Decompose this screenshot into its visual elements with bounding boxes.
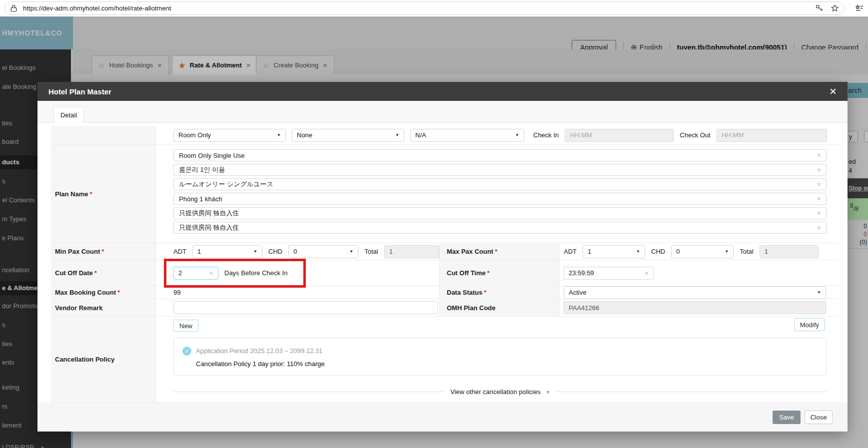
modal-footer: Save Close	[37, 403, 848, 432]
na-select[interactable]: N/A▼	[410, 129, 524, 142]
tab-detail[interactable]: Detail	[53, 107, 84, 123]
bookmark-star-icon[interactable]	[831, 4, 839, 12]
total-label: Total	[740, 248, 753, 255]
new-policy-button[interactable]: New	[173, 320, 198, 332]
min-pax-label: Min Pax Count*	[51, 243, 156, 260]
lock-icon	[9, 4, 18, 12]
caret-down-icon: ▼	[277, 133, 281, 137]
clear-icon[interactable]: ×	[817, 195, 821, 203]
data-status-select[interactable]: Active▼	[564, 286, 826, 299]
adt-label: ADT	[564, 248, 577, 255]
clear-icon[interactable]: ×	[817, 180, 821, 188]
clear-icon[interactable]: ×	[645, 269, 649, 277]
caret-down-icon: ▼	[636, 249, 640, 254]
clear-icon[interactable]: ×	[817, 166, 821, 174]
plan-name-input-zh-tw[interactable]: 只提供房间 独自入住×	[173, 222, 827, 234]
total-label: Total	[364, 248, 378, 255]
cancellation-policy-text: Cancellation Policy 1 day prior: 110% ch…	[196, 360, 325, 368]
screen: https://dev-adm.ohmyhotel.com/hotel/rate…	[0, 0, 868, 448]
empty-label-cell	[51, 126, 156, 144]
address-bar[interactable]: https://dev-adm.ohmyhotel.com/hotel/rate…	[4, 1, 845, 15]
close-button[interactable]: Close	[805, 411, 833, 424]
plan-name-label: Plan Name*	[51, 145, 156, 243]
vendor-remark-input[interactable]	[173, 301, 438, 314]
data-status-label: Data Status*	[439, 286, 560, 299]
plan-name-input-en[interactable]: Room Only Single Use×	[173, 149, 827, 161]
plan-name-input-zh-cn[interactable]: 只提供房间 独自入住×	[173, 207, 827, 219]
cut-off-date-label: Cut Off Date*	[51, 260, 156, 286]
modify-policy-button[interactable]: Modify	[794, 318, 825, 331]
plan-name-input-ja[interactable]: ルームオンリー シングルユース×	[173, 178, 827, 190]
browser-toolbar: https://dev-adm.ohmyhotel.com/hotel/rate…	[0, 0, 868, 16]
hotel-plan-master-modal: Hotel Plan Master × Detail Room Only▼ No…	[37, 82, 848, 432]
max-chd-select[interactable]: 0▼	[671, 245, 734, 258]
caret-down-icon: ▼	[253, 249, 257, 254]
min-adt-select[interactable]: 1▼	[192, 245, 262, 258]
meal-type-select[interactable]: Room Only▼	[173, 129, 286, 142]
cut-off-time-input[interactable]: 23:59:59×	[564, 267, 654, 280]
caret-down-icon: ▼	[515, 133, 519, 137]
plan-name-input-ko[interactable]: 룸온리 1인 이용×	[173, 164, 827, 176]
clear-icon[interactable]: ×	[817, 209, 821, 217]
modal-title: Hotel Plan Master	[48, 87, 111, 96]
divider	[173, 392, 444, 392]
option-select[interactable]: None▼	[292, 129, 404, 142]
cancellation-policy-label: Cancellation Policy	[51, 317, 156, 402]
min-total-input: 1	[384, 245, 439, 258]
omh-plan-code-input: PAA41266	[564, 301, 826, 314]
chd-label: CHD	[268, 248, 282, 255]
check-out-label: Check Out	[680, 131, 710, 139]
max-booking-label: Max Booking Count*	[51, 286, 156, 299]
cancellation-policy-card[interactable]: ✓ Application Period 2025.12.03 ~ 2099.1…	[173, 338, 827, 376]
clear-icon[interactable]: ×	[817, 224, 821, 232]
save-button[interactable]: Save	[773, 411, 801, 424]
adt-label: ADT	[173, 248, 186, 255]
check-circle-icon: ✓	[182, 347, 191, 356]
cut-off-time-label: Cut Off Time*	[439, 260, 560, 286]
vendor-remark-label: Vendor Remark	[51, 299, 156, 316]
caret-down-icon: ▼	[817, 290, 821, 295]
min-chd-select[interactable]: 0▼	[288, 245, 358, 258]
modal-header: Hotel Plan Master ×	[37, 82, 848, 101]
max-booking-value: 99	[173, 289, 180, 296]
max-pax-label: Max Pax Count*	[439, 243, 560, 260]
key-icon[interactable]	[815, 4, 824, 12]
caret-down-icon: ▼	[725, 249, 729, 254]
application-period-text: Application Period 2025.12.03 ~ 2099.12.…	[196, 347, 322, 355]
caret-down-icon: ▼	[349, 249, 353, 254]
caret-down-icon: ▼	[395, 133, 399, 137]
chevron-down-icon: ▾	[547, 389, 550, 396]
plan-name-input-vi[interactable]: Phòng 1 khách×	[173, 193, 827, 205]
divider	[556, 392, 827, 392]
check-in-label: Check In	[533, 131, 559, 139]
modal-tabstrip: Detail	[37, 101, 848, 123]
max-total-input: 1	[760, 245, 819, 258]
max-adt-select[interactable]: 1▼	[583, 245, 645, 258]
view-other-policies-toggle[interactable]: View other cancellation policies ▾	[173, 388, 827, 396]
annotation-highlight-box	[164, 259, 306, 288]
url-text: https://dev-adm.ohmyhotel.com/hotel/rate…	[23, 4, 171, 12]
reading-list-icon[interactable]	[855, 3, 864, 13]
clear-icon[interactable]: ×	[817, 151, 821, 159]
omh-plan-code-label: OMH Plan Code	[439, 299, 560, 316]
check-out-input[interactable]: HH:MM	[717, 129, 827, 142]
chd-label: CHD	[651, 248, 665, 255]
check-in-input[interactable]: HH:MM	[565, 129, 674, 142]
modal-close-icon[interactable]: ×	[830, 84, 837, 99]
